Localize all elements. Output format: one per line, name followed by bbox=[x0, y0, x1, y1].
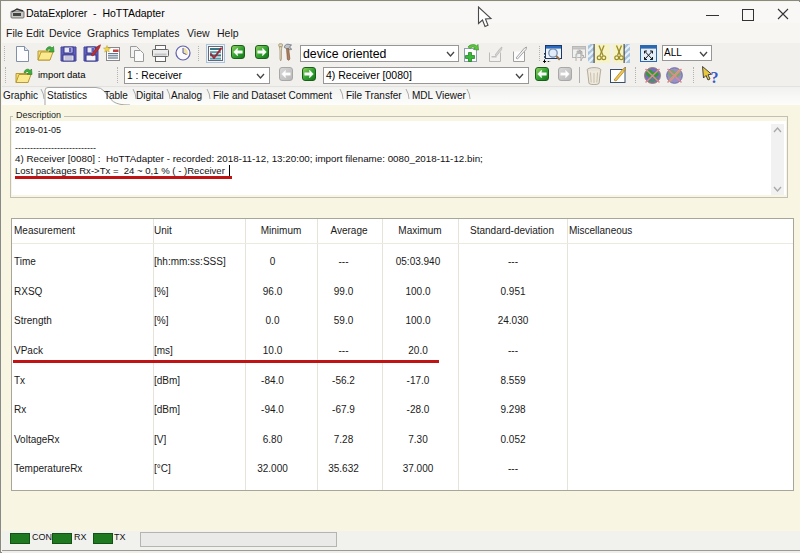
svg-text:?: ? bbox=[711, 69, 719, 86]
